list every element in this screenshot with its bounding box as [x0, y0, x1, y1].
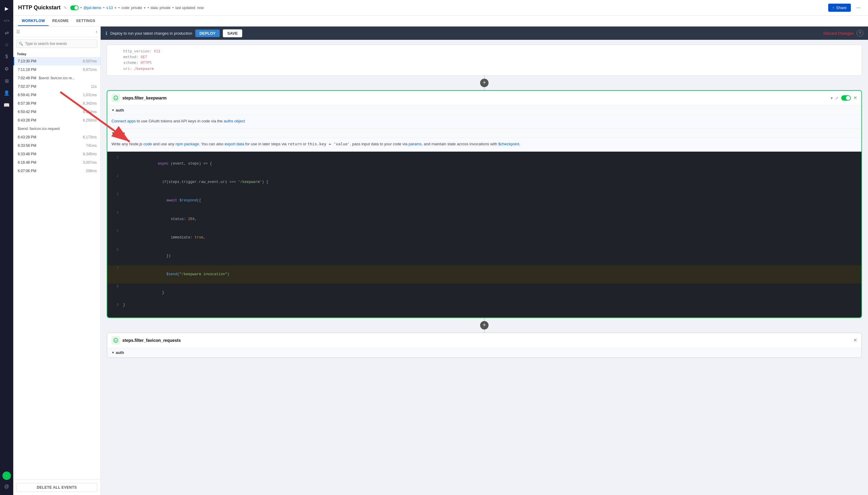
event-list-item[interactable]: 6:59:41 PM1,031ms [13, 91, 100, 99]
step-card-filter-favicon-requests: </> steps.filter_favicon_requests ✕ ▼ au… [107, 332, 862, 358]
event-list-item[interactable]: 7:02:37 PM11s [13, 82, 100, 91]
discard-changes-button[interactable]: Discard Changes [823, 31, 853, 36]
auth-section-label[interactable]: ▼ auth [107, 105, 861, 115]
code-description-text: Write any Node.js code and use any npm p… [111, 141, 857, 147]
meta-code-caret[interactable]: ▾ [144, 6, 145, 10]
connect-apps-link[interactable]: Connect apps [111, 119, 136, 123]
event-duration: 9,154ms [83, 110, 97, 114]
event-list-item[interactable]: 7:13:30 PM8,507ms [13, 57, 100, 65]
sidebar-at-btn[interactable]: @ [1, 481, 12, 492]
code-link[interactable]: code [143, 142, 152, 146]
gear-icon: ⚙ [4, 66, 9, 72]
code-section-description: Write any Node.js code and use any npm p… [107, 138, 861, 152]
sidebar-route-btn[interactable]: ⇄ [1, 27, 12, 38]
search-icon: 🔍 [19, 41, 23, 46]
collapse-panel-btn[interactable]: ‹ [96, 29, 97, 34]
event-time: 7:11:19 PM [18, 68, 36, 72]
edit-title-icon[interactable]: ✎ [64, 5, 67, 10]
tab-bar: WORKFLOW README SETTINGS [13, 16, 868, 27]
auths-object-link[interactable]: auths object [224, 119, 245, 123]
meta-updated: last updated: now [175, 6, 204, 10]
hamburger-icon[interactable]: ☰ [16, 29, 20, 34]
step-controls-filter-keepwarm: ▾ ⤢ ✕ [831, 95, 857, 101]
event-duration: 3,007ms [83, 160, 97, 165]
meta-separator-5: • [172, 6, 174, 10]
event-time: 7:02:37 PM [18, 84, 36, 89]
params-link[interactable]: params [409, 142, 422, 146]
search-input[interactable] [16, 39, 97, 48]
code-line-2: 2 if(steps.trigger.raw_event.uri === '/k… [107, 173, 861, 191]
tab-readme[interactable]: README [49, 16, 72, 26]
event-list-item[interactable]: 6:07:06 PM206ms [13, 167, 100, 175]
sidebar-book-btn[interactable]: 📖 [1, 100, 12, 110]
icon-sidebar: ▶ </> ⇄ ☆ $ ⚙ ⊞ 👤 📖 ↑ @ [0, 0, 13, 495]
trigger-line-4: uri: /keepwarm [112, 66, 857, 72]
sidebar-expand-btn[interactable]: ▶ [1, 3, 12, 14]
step-icon-filter-favicon: </> [111, 336, 120, 345]
workflow-scroll[interactable]: http_version: V11 method: GET scheme: HT… [101, 40, 868, 495]
sidebar-bell-btn[interactable]: ↑ [2, 472, 11, 480]
code-editor[interactable]: 1 async (event, steps) => { 2 if(steps.t… [107, 152, 861, 318]
sidebar-users-btn[interactable]: 👤 [1, 87, 12, 98]
event-list-item[interactable]: 6:16:48 PM3,007ms [13, 158, 100, 167]
event-list-item[interactable]: 7:02:49 PM$send: favicon.ico re... [13, 74, 100, 82]
code-line-1: 1 async (event, steps) => { [107, 155, 861, 173]
code-section-label[interactable]: ▼ code [107, 129, 861, 138]
meta-version-caret[interactable]: ▾ [115, 6, 116, 10]
bookmark-icon: ☆ [4, 42, 9, 48]
npm-link[interactable]: npm package [175, 142, 199, 146]
book-icon: 📖 [4, 102, 10, 108]
add-step-button-2[interactable]: + [480, 321, 489, 329]
trigger-line-2: method: GET [112, 54, 857, 60]
status-toggle[interactable] [70, 5, 79, 10]
step-close-btn-2[interactable]: ✕ [853, 337, 857, 343]
sidebar-code-btn[interactable]: </> [1, 15, 12, 26]
step-close-btn[interactable]: ✕ [853, 95, 857, 101]
share-button[interactable]: ↑ Share [828, 4, 851, 12]
deploy-button[interactable]: DEPLOY [195, 30, 220, 37]
meta-user[interactable]: @pd-demo [84, 6, 102, 10]
help-button[interactable]: ? [856, 30, 863, 36]
step-fullscreen-btn[interactable]: ⤢ [835, 96, 839, 100]
grid-icon: ⊞ [5, 78, 9, 84]
export-data-link[interactable]: export data [225, 142, 244, 146]
event-list-item[interactable]: 6:43:28 PM8,173ms [13, 133, 100, 141]
event-list-item[interactable]: 6:43:28 PM6,293ms [13, 116, 100, 124]
sidebar-grid-btn[interactable]: ⊞ [1, 75, 12, 86]
code-line-8: 8 } [107, 284, 861, 302]
event-list-item[interactable]: 6:57:38 PM8,342ms [13, 99, 100, 108]
expand-icon: ▶ [5, 6, 8, 12]
route-icon: ⇄ [5, 30, 9, 36]
svg-text:</>: </> [115, 97, 117, 99]
delete-all-events-button[interactable]: DELETE ALL EVENTS [16, 483, 97, 492]
event-time: 6:57:38 PM [18, 101, 36, 105]
event-list-item[interactable]: 7:11:19 PM8,971ms [13, 65, 100, 74]
event-time: 6:50:42 PM [18, 110, 36, 114]
meta-separator-2: • [103, 6, 104, 10]
event-time: 6:07:06 PM [18, 169, 36, 173]
checkpoint-link[interactable]: $checkpoint [498, 142, 519, 146]
event-list-item[interactable]: 6:50:42 PM9,154ms [13, 108, 100, 116]
meta-separator-3: • [118, 6, 119, 10]
event-send-label: $send: favicon.ico request [18, 126, 60, 131]
event-list-item[interactable]: 6:33:48 PM9,345ms [13, 150, 100, 158]
auth-section-label-2[interactable]: ▼ auth [107, 348, 861, 358]
step-dropdown-btn[interactable]: ▾ [831, 96, 833, 100]
step-toggle-filter-keepwarm[interactable] [841, 95, 851, 101]
tab-workflow[interactable]: WORKFLOW [18, 16, 49, 26]
meta-version[interactable]: v.13 [106, 6, 113, 10]
tab-settings[interactable]: SETTINGS [72, 16, 99, 26]
more-icon: ··· [856, 4, 861, 11]
event-label: $send: favicon.ico re... [39, 76, 75, 80]
code-icon: </> [4, 19, 10, 23]
event-list-item[interactable]: 6:33:58 PM741ms [13, 141, 100, 150]
save-button[interactable]: SAVE [223, 29, 242, 37]
add-step-button-1[interactable]: + [480, 79, 489, 87]
sidebar-bookmark-btn[interactable]: ☆ [1, 39, 12, 50]
event-duration: 741ms [86, 143, 97, 148]
trigger-line-1: http_version: V11 [112, 49, 857, 54]
more-options-button[interactable]: ··· [854, 3, 863, 12]
event-list-item[interactable]: $send: favicon.ico request [13, 124, 100, 133]
sidebar-dollar-btn[interactable]: $ [1, 51, 12, 62]
sidebar-gear-btn[interactable]: ⚙ [1, 63, 12, 74]
